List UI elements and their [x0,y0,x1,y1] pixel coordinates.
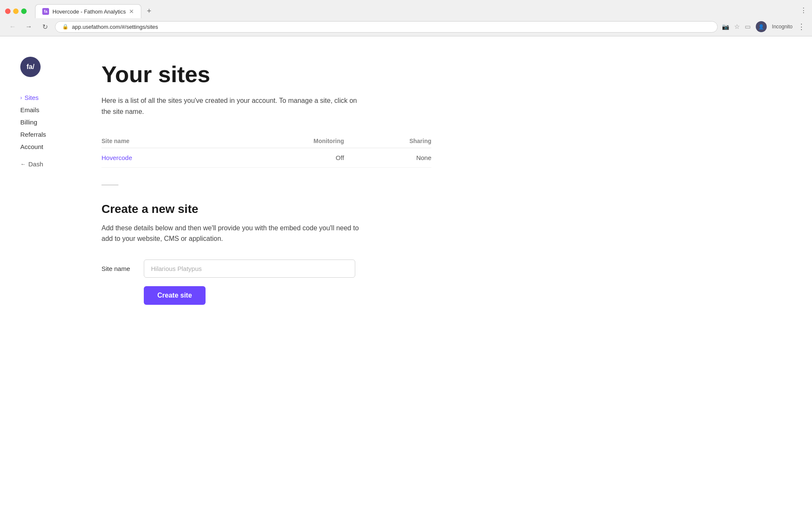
create-site-button[interactable]: Create site [144,286,206,305]
site-name-label: Site name [102,265,135,272]
lock-icon: 🔒 [62,24,69,30]
sidebar-nav: › Sites Emails Billing Referrals Account… [20,92,71,169]
sidebar-item-referrals[interactable]: Referrals [20,129,71,140]
col-header-sharing: Sharing [344,134,431,148]
section-divider [102,185,118,185]
page-description: Here is a list of all the sites you've c… [102,95,364,117]
browser-tabs: fa Hovercode - Fathom Analytics ✕ + [35,4,797,18]
browser-top-right-icons: ⋮ [800,6,807,16]
create-section-title: Create a new site [102,202,431,216]
sidebar: fa/ › Sites Emails Billing Referrals Acc… [0,36,85,508]
main-content: Your sites Here is a list of all the sit… [85,36,465,508]
close-dot[interactable] [5,8,11,14]
new-tab-button[interactable]: + [143,6,155,17]
address-bar[interactable]: 🔒 app.usefathom.com/#/settings/sites [55,21,718,33]
create-section-description: Add these details below and then we'll p… [102,223,364,244]
url-display: app.usefathom.com/#/settings/sites [72,24,158,30]
tab-title: Hovercode - Fathom Analytics [52,8,126,15]
browser-menu-icon[interactable]: ⋮ [800,6,807,14]
browser-overflow-icon[interactable]: ⋮ [798,22,805,31]
col-header-monitoring: Monitoring [223,134,344,148]
monitoring-cell: Off [223,148,344,167]
sites-table: Site name Monitoring Sharing Hovercode O… [102,134,431,168]
site-name-cell: Hovercode [102,148,223,167]
back-button[interactable]: ← [7,21,19,33]
forward-button[interactable]: → [23,21,35,33]
create-button-wrapper: Create site [144,286,431,305]
incognito-label: Incognito [772,24,793,30]
page-wrapper: fa/ › Sites Emails Billing Referrals Acc… [0,36,812,508]
chevron-right-icon: › [20,95,22,101]
sidebar-item-account[interactable]: Account [20,141,71,152]
create-site-section: Create a new site Add these details belo… [102,202,431,305]
camera-off-icon: 📷 [722,23,729,30]
browser-chrome: fa Hovercode - Fathom Analytics ✕ + ⋮ ← … [0,0,812,36]
col-header-site-name: Site name [102,134,223,148]
tab-favicon: fa [42,8,49,15]
site-name-input[interactable] [144,260,355,278]
sidebar-item-sites[interactable]: › Sites [20,92,71,103]
browser-address-bar: ← → ↻ 🔒 app.usefathom.com/#/settings/sit… [0,18,812,36]
tab-close-icon[interactable]: ✕ [129,8,134,14]
table-row: Hovercode Off None [102,148,431,167]
maximize-dot[interactable] [21,8,27,14]
split-view-icon[interactable]: ▭ [745,23,751,30]
reload-button[interactable]: ↻ [39,21,51,33]
browser-dots [5,8,27,14]
site-name-link[interactable]: Hovercode [102,154,132,161]
profile-avatar[interactable]: 👤 [756,21,767,32]
address-right-icons: 📷 ☆ ▭ 👤 Incognito ⋮ [722,21,805,32]
sidebar-item-emails[interactable]: Emails [20,105,71,115]
minimize-dot[interactable] [13,8,19,14]
sharing-cell: None [344,148,431,167]
sidebar-item-back[interactable]: ← Dash [20,159,71,169]
active-tab[interactable]: fa Hovercode - Fathom Analytics ✕ [35,4,141,18]
app-logo[interactable]: fa/ [20,57,41,77]
star-icon[interactable]: ☆ [734,23,740,30]
arrow-left-icon: ← [20,161,26,167]
sidebar-item-billing[interactable]: Billing [20,117,71,127]
table-header-row: Site name Monitoring Sharing [102,134,431,148]
page-title: Your sites [102,62,431,87]
site-name-form-row: Site name [102,260,431,278]
